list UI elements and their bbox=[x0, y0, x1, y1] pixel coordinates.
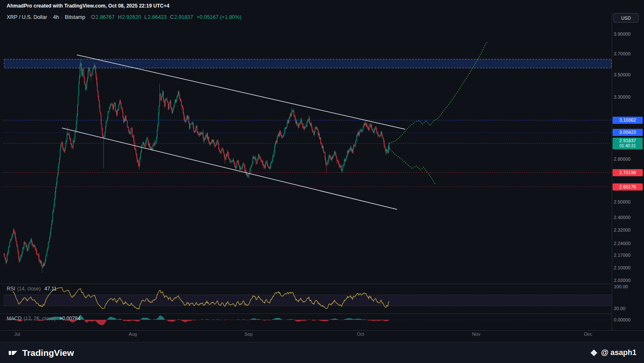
tradingview-brand-link[interactable]: TradingView bbox=[8, 347, 74, 358]
price-tick: 2.50000 bbox=[614, 199, 631, 205]
ohlc-values: O2.86767 H2.92620 L2.86423 C2.91837 +0.0… bbox=[91, 14, 242, 20]
macd-name: MACD bbox=[7, 316, 21, 321]
price-badge[interactable]: 3.00423 bbox=[613, 129, 643, 136]
price-tick: 3.50000 bbox=[614, 72, 631, 78]
watermark-handle: @ asaph1 bbox=[601, 348, 636, 357]
high-label: H bbox=[118, 14, 122, 20]
macd-plot[interactable] bbox=[3, 315, 611, 325]
currency-toggle-button[interactable]: USD bbox=[613, 13, 639, 23]
low-label: L bbox=[144, 14, 147, 20]
tradingview-chart-page: 3.900003.700003.500003.300002.800002.500… bbox=[0, 0, 644, 363]
change-value: +0.05167 (+1.80%) bbox=[197, 14, 242, 20]
month-label: Dec bbox=[581, 332, 596, 337]
symbol-interval[interactable]: 4h bbox=[53, 14, 59, 20]
price-tick: 2.03000 bbox=[614, 277, 631, 283]
price-badge[interactable]: 2.70198 bbox=[613, 169, 643, 176]
rsi-scale-tick: 100.00 bbox=[614, 284, 628, 290]
rsi-plot[interactable] bbox=[3, 287, 612, 309]
month-label: Aug bbox=[125, 332, 140, 337]
brand-wordmark: TradingView bbox=[22, 348, 74, 358]
rsi-name: RSI bbox=[7, 286, 15, 292]
symbol-name[interactable]: XRP / U.S. Dollar bbox=[7, 14, 47, 20]
price-tick: 2.24000 bbox=[614, 240, 631, 246]
macd-scale-tick: 0.00000 bbox=[614, 317, 631, 323]
macd-legend[interactable]: MACD (12, 26, close) +0.00784 bbox=[7, 316, 80, 321]
open-label: O bbox=[91, 14, 95, 20]
price-tick: 2.80000 bbox=[614, 156, 631, 162]
close-label: C bbox=[170, 14, 174, 20]
price-tick: 2.32000 bbox=[614, 227, 631, 233]
symbol-exchange[interactable]: Bitstamp bbox=[65, 14, 86, 20]
watermark: ❖ @ asaph1 bbox=[590, 348, 636, 357]
tradingview-logo-icon bbox=[8, 347, 18, 358]
sparkle-icon: ❖ bbox=[590, 349, 597, 357]
macd-params: (12, 26, close) bbox=[23, 316, 55, 321]
price-tick: 3.90000 bbox=[614, 31, 631, 37]
high-value: 2.92620 bbox=[122, 14, 141, 20]
price-tick: 2.10000 bbox=[614, 265, 631, 271]
price-tick: 3.30000 bbox=[614, 94, 631, 100]
price-tick: 3.70000 bbox=[614, 51, 631, 57]
rsi-legend[interactable]: RSI (14, close) 47.11 bbox=[7, 286, 57, 292]
month-label: Sep bbox=[241, 332, 256, 337]
candlesticks[interactable] bbox=[4, 58, 390, 273]
price-badge[interactable]: 3.10362 bbox=[613, 117, 643, 124]
supply-zone[interactable] bbox=[4, 59, 611, 68]
rsi-scale-tick: 20.00 bbox=[614, 306, 626, 311]
open-value: 2.86767 bbox=[96, 14, 114, 20]
rsi-params: (14, close) bbox=[17, 286, 41, 292]
price-tick: 2.40000 bbox=[614, 214, 631, 220]
month-label: Jul bbox=[10, 332, 25, 337]
month-label: Nov bbox=[469, 332, 484, 337]
macd-value: +0.00784 bbox=[59, 316, 80, 321]
horizontal-level-lines[interactable] bbox=[3, 120, 611, 187]
price-badge[interactable]: 2.9183701:40:31 bbox=[613, 138, 643, 149]
month-label: Oct bbox=[353, 332, 368, 337]
attribution-text: AhmadPro created with TradingView.com, O… bbox=[7, 3, 169, 9]
symbol-legend: XRP / U.S. Dollar · 4h · Bitstamp O2.867… bbox=[7, 14, 242, 20]
price-tick: 2.17000 bbox=[614, 252, 631, 258]
price-badge[interactable]: 2.60176 bbox=[613, 183, 643, 191]
footer-bar: TradingView ❖ @ asaph1 bbox=[0, 342, 644, 363]
legend-separator: · bbox=[49, 14, 51, 20]
rsi-value: 47.11 bbox=[44, 286, 57, 292]
low-value: 2.86423 bbox=[148, 14, 166, 20]
legend-separator: · bbox=[61, 14, 62, 20]
channel-trendlines[interactable] bbox=[62, 55, 405, 209]
close-value: 2.91837 bbox=[174, 14, 193, 20]
